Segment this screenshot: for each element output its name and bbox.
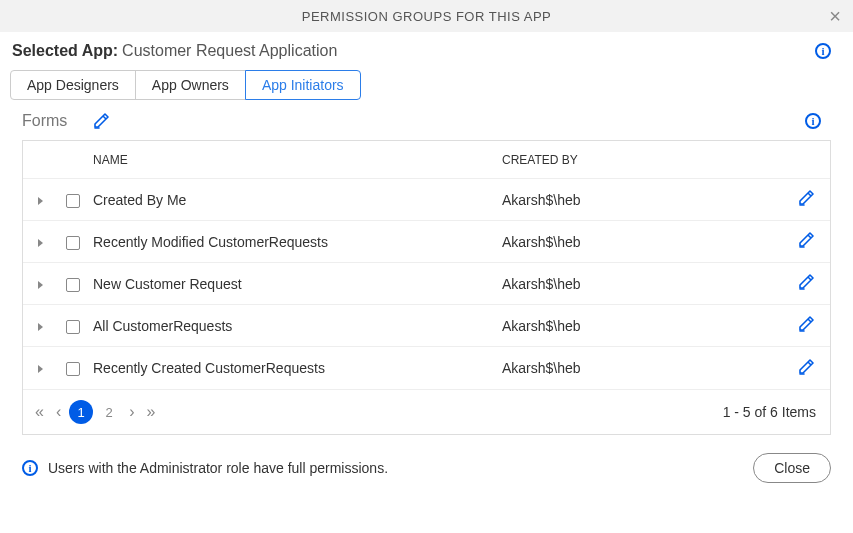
close-icon[interactable]: × [829,6,841,26]
row-created-by: Akarsh$\heb [502,318,782,334]
footer-note: Users with the Administrator role have f… [48,460,388,476]
pager-page-2[interactable]: 2 [97,400,121,424]
forms-table: NAME CREATED BY Created By Me Akarsh$\he… [22,140,831,435]
permission-groups-modal: PERMISSION GROUPS FOR THIS APP × Selecte… [0,0,853,503]
edit-row-icon[interactable] [798,316,814,332]
edit-forms-icon[interactable] [93,113,109,129]
info-icon[interactable] [815,43,831,59]
table-row: Recently Modified CustomerRequests Akars… [23,221,830,263]
table-row: All CustomerRequests Akarsh$\heb [23,305,830,347]
modal-title: PERMISSION GROUPS FOR THIS APP [302,9,552,24]
row-checkbox[interactable] [57,360,89,376]
edit-row-icon[interactable] [798,190,814,206]
tab-app-owners[interactable]: App Owners [135,70,246,100]
section-title: Forms [22,112,67,130]
pager-page-1[interactable]: 1 [69,400,93,424]
row-name: Recently Created CustomerRequests [89,360,502,376]
selected-app-label: Selected App: [12,42,118,60]
expand-toggle[interactable] [23,276,57,292]
expand-toggle[interactable] [23,234,57,250]
pager-first-icon[interactable]: « [29,403,50,421]
table-row: Recently Created CustomerRequests Akarsh… [23,347,830,389]
pager-next-icon[interactable]: › [123,403,140,421]
pager: « ‹ 1 2 › » 1 - 5 of 6 Items [23,389,830,434]
row-checkbox[interactable] [57,275,89,291]
chevron-right-icon [38,323,43,331]
tab-app-designers[interactable]: App Designers [10,70,136,100]
col-name-header: NAME [89,153,502,167]
row-created-by: Akarsh$\heb [502,360,782,376]
row-created-by: Akarsh$\heb [502,234,782,250]
footer: Users with the Administrator role have f… [0,435,853,503]
row-checkbox[interactable] [57,191,89,207]
forms-section-header: Forms [0,100,853,134]
row-name: All CustomerRequests [89,318,502,334]
table-body: Created By Me Akarsh$\heb Recently Modif… [23,179,830,389]
row-checkbox[interactable] [57,317,89,333]
selected-app-name: Customer Request Application [122,42,337,60]
expand-toggle[interactable] [23,360,57,376]
pager-summary: 1 - 5 of 6 Items [723,404,824,420]
modal-header: PERMISSION GROUPS FOR THIS APP × [0,0,853,32]
edit-row-icon[interactable] [798,274,814,290]
expand-toggle[interactable] [23,192,57,208]
edit-row-icon[interactable] [798,232,814,248]
table-header: NAME CREATED BY [23,141,830,179]
row-name: Created By Me [89,192,502,208]
row-name: Recently Modified CustomerRequests [89,234,502,250]
close-button[interactable]: Close [753,453,831,483]
row-name: New Customer Request [89,276,502,292]
edit-row-icon[interactable] [798,359,814,375]
pager-prev-icon[interactable]: ‹ [50,403,67,421]
expand-toggle[interactable] [23,318,57,334]
chevron-right-icon [38,281,43,289]
chevron-right-icon [38,197,43,205]
col-createdby-header: CREATED BY [502,153,782,167]
table-row: New Customer Request Akarsh$\heb [23,263,830,305]
chevron-right-icon [38,365,43,373]
chevron-right-icon [38,239,43,247]
tab-app-initiators[interactable]: App Initiators [245,70,361,100]
tabs: App Designers App Owners App Initiators [0,66,853,100]
table-row: Created By Me Akarsh$\heb [23,179,830,221]
selected-app-row: Selected App: Customer Request Applicati… [0,32,853,66]
pager-last-icon[interactable]: » [141,403,162,421]
info-icon [22,460,38,476]
row-checkbox[interactable] [57,233,89,249]
info-icon[interactable] [805,113,821,129]
row-created-by: Akarsh$\heb [502,276,782,292]
row-created-by: Akarsh$\heb [502,192,782,208]
